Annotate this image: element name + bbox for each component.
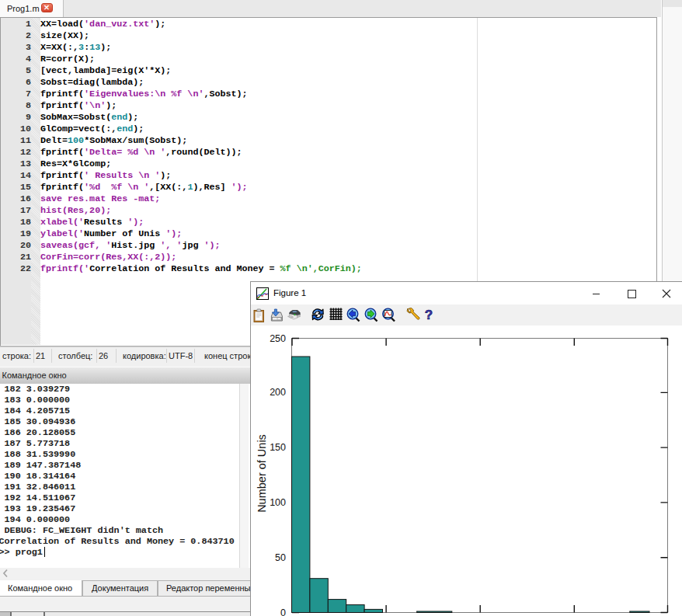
- svg-text:150: 150: [270, 442, 286, 453]
- svg-text:100: 100: [270, 497, 286, 508]
- svg-text:0: 0: [280, 607, 286, 616]
- svg-text:50: 50: [275, 552, 286, 563]
- svg-text:Number of Unis: Number of Unis: [256, 434, 268, 513]
- svg-text:200: 200: [270, 387, 286, 398]
- svg-text:250: 250: [270, 333, 286, 344]
- svg-text:?: ?: [425, 308, 433, 322]
